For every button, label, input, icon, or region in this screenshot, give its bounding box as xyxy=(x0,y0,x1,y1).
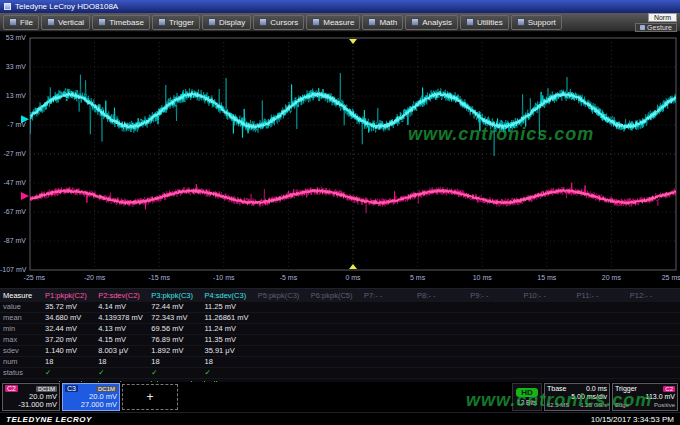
measure-cell xyxy=(467,313,520,324)
measure-cell: 72.44 mV xyxy=(148,302,201,313)
x-axis-label: -10 ms xyxy=(213,274,234,282)
measure-cell xyxy=(520,335,573,346)
oscilloscope-screen: Teledyne LeCroy HDO8108A FileVerticalTim… xyxy=(0,0,680,425)
menu-item-cursors[interactable]: Cursors xyxy=(253,15,304,30)
measure-cell xyxy=(255,324,308,335)
measure-col-header[interactable]: P7:- - xyxy=(361,290,414,302)
measure-cell xyxy=(574,335,627,346)
norm-button[interactable]: Norm xyxy=(648,13,677,22)
menu-item-label: Utilities xyxy=(477,18,503,27)
timebase-icon xyxy=(98,18,106,26)
y-axis-label: -27 mV xyxy=(0,150,26,158)
measure-cell: 4.14 mV xyxy=(95,302,148,313)
measure-cell xyxy=(627,346,680,357)
measure-row-label: sdev xyxy=(0,346,42,357)
measure-cell: 72.343 mV xyxy=(148,313,201,324)
menu-item-file[interactable]: File xyxy=(3,15,39,30)
measure-cell: 35.91 μV xyxy=(201,346,254,357)
menu-item-analysis[interactable]: Analysis xyxy=(405,15,458,30)
x-axis-label: -25 ms xyxy=(24,274,45,282)
add-channel-button[interactable]: + xyxy=(122,384,178,410)
measure-status-cell xyxy=(467,368,520,379)
waveform-display[interactable]: www.cntronics.com 53 mV33 mV13 mV-7 mV-2… xyxy=(0,32,680,288)
menu-item-label: Support xyxy=(528,18,556,27)
menu-item-display[interactable]: Display xyxy=(202,15,251,30)
menu-item-vertical[interactable]: Vertical xyxy=(41,15,90,30)
y-axis-label: 33 mV xyxy=(0,63,26,71)
measure-cell: 34.680 mV xyxy=(42,313,95,324)
measure-cell xyxy=(308,313,361,324)
measure-col-header[interactable]: P8:- - xyxy=(414,290,467,302)
measure-cell: 18 xyxy=(148,357,201,368)
measure-col-header[interactable]: P11:- - xyxy=(574,290,627,302)
measure-col-header[interactable]: P2:sdev(C2) xyxy=(95,290,148,302)
measure-cell xyxy=(467,302,520,313)
measure-cell xyxy=(467,335,520,346)
measure-cell xyxy=(361,302,414,313)
lecroy-app-icon xyxy=(4,3,11,10)
measure-cell xyxy=(361,357,414,368)
trigger-source-chip: C2 xyxy=(663,386,675,392)
measure-status-cell xyxy=(361,368,414,379)
measure-col-header[interactable]: P10:- - xyxy=(520,290,573,302)
measure-cell xyxy=(255,302,308,313)
measure-icon xyxy=(312,18,320,26)
teledyne-lecroy-logo: TELEDYNE LECROY xyxy=(6,415,92,424)
measure-cell xyxy=(574,324,627,335)
measure-cell xyxy=(467,357,520,368)
menu-item-support[interactable]: Support xyxy=(511,15,562,30)
measure-cell xyxy=(627,357,680,368)
measure-row-label: num xyxy=(0,357,42,368)
vertical-icon xyxy=(47,18,55,26)
menu-item-measure[interactable]: Measure xyxy=(306,15,360,30)
measure-cell: 1.140 mV xyxy=(42,346,95,357)
measure-col-header[interactable]: P4:sdev(C3) xyxy=(201,290,254,302)
measure-cell xyxy=(520,357,573,368)
measure-cell: 37.20 mV xyxy=(42,335,95,346)
measure-col-header[interactable]: P5:pkpk(C3) xyxy=(255,290,308,302)
measure-cell xyxy=(308,302,361,313)
gesture-button[interactable]: Gesture xyxy=(635,23,677,32)
trigger-descriptor[interactable]: Trigger C2 113.0 mV Edge Positive xyxy=(612,383,678,411)
measure-col-header[interactable]: P3:pkpk(C3) xyxy=(148,290,201,302)
y-axis-label: -107 mV xyxy=(0,266,26,274)
channel-descriptor-c3[interactable]: C3DC1M20.0 mV27.000 mV xyxy=(62,383,120,411)
channel-offset-marker-c2[interactable] xyxy=(21,192,29,200)
measure-cell: 18 xyxy=(42,357,95,368)
bits-label: 12 Bits xyxy=(517,399,537,406)
measure-cell xyxy=(467,346,520,357)
measure-col-header[interactable]: P9:- - xyxy=(467,290,520,302)
x-axis-label: -20 ms xyxy=(84,274,105,282)
menu-item-timebase[interactable]: Timebase xyxy=(92,15,150,30)
measure-row-label: status xyxy=(0,368,42,379)
measure-col-header[interactable]: P12:- - xyxy=(627,290,680,302)
menu-item-utilities[interactable]: Utilities xyxy=(460,15,509,30)
channel-offset: 27.000 mV xyxy=(65,401,117,409)
measure-status-cell: ✓ xyxy=(148,368,201,379)
trigger-label: Trigger xyxy=(615,385,637,392)
gesture-icon xyxy=(640,25,645,30)
x-axis-label: -15 ms xyxy=(148,274,169,282)
menu-right-controls: Norm Gesture xyxy=(635,13,677,32)
y-axis-label: 13 mV xyxy=(0,92,26,100)
channel-descriptor-c2[interactable]: C2DC1M20.0 mV-31.000 mV xyxy=(2,383,60,411)
measure-cell xyxy=(627,324,680,335)
measure-cell: 18 xyxy=(95,357,148,368)
scope-grid-svg xyxy=(0,32,680,288)
measure-panel: MeasureP1:pkpk(C2)P2:sdev(C2)P3:pkpk(C3)… xyxy=(0,288,680,382)
measure-col-header[interactable]: P6:pkpk(C5) xyxy=(308,290,361,302)
measure-cell xyxy=(627,302,680,313)
menu-item-trigger[interactable]: Trigger xyxy=(152,15,200,30)
measure-cell: 76.89 mV xyxy=(148,335,201,346)
measure-cell: 35.72 mV xyxy=(42,302,95,313)
measure-cell: 18 xyxy=(201,357,254,368)
measure-col-header[interactable]: P1:pkpk(C2) xyxy=(42,290,95,302)
menu-item-math[interactable]: Math xyxy=(362,15,403,30)
measure-table: MeasureP1:pkpk(C2)P2:sdev(C2)P3:pkpk(C3)… xyxy=(0,289,680,390)
x-axis-label: 25 ms xyxy=(662,274,680,282)
measure-cell xyxy=(414,324,467,335)
menu-item-label: Timebase xyxy=(109,18,144,27)
measure-cell: 11.35 mV xyxy=(201,335,254,346)
timebase-descriptor[interactable]: Tbase 0.0 ms 5.00 ms/div 62.5 MS 1.25 GS… xyxy=(544,383,610,411)
trigger-icon xyxy=(158,18,166,26)
